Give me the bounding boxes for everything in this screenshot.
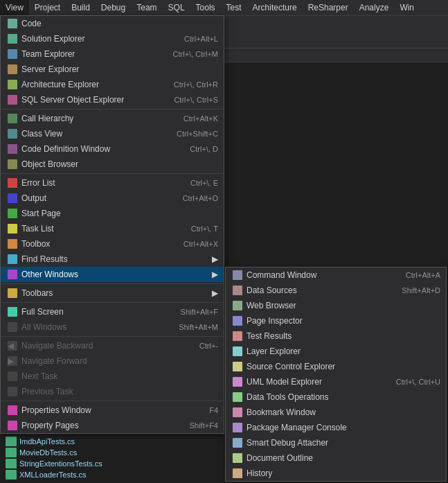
menu-item-call-hierarchy[interactable]: Call Hierarchy Ctrl+Alt+K: [1, 111, 224, 126]
menu-view[interactable]: View: [0, 0, 29, 15]
menu-win[interactable]: Win: [394, 0, 420, 15]
menu-item-start-page[interactable]: Start Page: [1, 206, 224, 221]
solution-icon: [6, 33, 19, 44]
menu-item-data-tools[interactable]: Data Tools Operations: [226, 389, 446, 405]
menu-item-uml-explorer[interactable]: UML Model Explorer Ctrl+\, Ctrl+U: [226, 374, 446, 389]
menu-item-solution-explorer[interactable]: Solution Explorer Ctrl+Alt+L: [1, 31, 224, 46]
menu-item-smart-debug[interactable]: Smart Debug Attacher: [226, 435, 446, 450]
menu-item-server-explorer[interactable]: Server Explorer: [1, 62, 224, 77]
menu-item-output[interactable]: Output Ctrl+Alt+O: [1, 191, 224, 206]
menu-item-previous-task[interactable]: Previous Task: [1, 384, 224, 399]
submenu-arrow: ▶: [212, 270, 218, 279]
toolbars-icon: [6, 288, 19, 299]
task-icon: [6, 223, 19, 234]
menu-bar: View Project Build Debug Team SQL Tools …: [0, 0, 448, 15]
menu-team[interactable]: Team: [131, 0, 162, 15]
file-icon: [6, 448, 17, 457]
menu-item-code-definition[interactable]: Code Definition Window Ctrl+\, D: [1, 141, 224, 157]
prop-icon: [6, 405, 19, 416]
submenu-arrow: ▶: [212, 254, 218, 264]
menu-item-package-manager[interactable]: Package Manager Console: [226, 420, 446, 435]
menu-item-code[interactable]: Code: [1, 16, 224, 31]
menu-debug[interactable]: Debug: [96, 0, 131, 15]
menu-item-navigate-backward[interactable]: ◀ Navigate Backward Ctrl+-: [1, 338, 224, 353]
separator: [1, 401, 224, 401]
toolbox-icon: [6, 238, 19, 249]
menu-item-class-view[interactable]: Class View Ctrl+Shift+C: [1, 126, 224, 141]
server-icon: [6, 64, 19, 75]
proppages-icon: [6, 420, 19, 431]
separator: [1, 336, 224, 337]
source-icon: [231, 361, 244, 372]
hist-icon: [231, 468, 244, 479]
start-icon: [6, 208, 19, 219]
file-icon: [6, 459, 17, 468]
list-item[interactable]: ImdbApiTests.cs: [6, 436, 219, 447]
uml-icon: [231, 376, 244, 387]
menu-item-arch-explorer[interactable]: Architecture Explorer Ctrl+\, Ctrl+R: [1, 77, 224, 92]
menu-item-other-windows[interactable]: Other Windows ▶: [1, 267, 224, 282]
menu-item-web-browser[interactable]: Web Browser: [226, 298, 446, 313]
menu-item-all-windows[interactable]: All Windows Shift+Alt+M: [1, 319, 224, 335]
separator: [1, 173, 224, 174]
menu-item-test-results[interactable]: Test Results: [226, 328, 446, 344]
sql-icon: [6, 94, 19, 105]
menu-item-object-browser[interactable]: Object Browser: [1, 157, 224, 172]
dtool-icon: [231, 392, 244, 403]
menu-item-source-control[interactable]: Source Control Explorer: [226, 359, 446, 374]
page-icon: [231, 315, 244, 326]
menu-test[interactable]: Test: [221, 0, 247, 15]
menu-item-toolbox[interactable]: Toolbox Ctrl+Alt+X: [1, 236, 224, 252]
object-icon: [6, 159, 19, 170]
view-menu-panel: Code Solution Explorer Ctrl+Alt+L Team E…: [0, 15, 224, 434]
menu-item-find-results[interactable]: Find Results ▶: [1, 252, 224, 267]
menu-item-layer-explorer[interactable]: Layer Explorer: [226, 344, 446, 359]
menu-build[interactable]: Build: [66, 0, 96, 15]
team-icon: [6, 49, 19, 60]
debug-icon: [231, 437, 244, 448]
menu-resharper[interactable]: ReSharper: [303, 0, 354, 15]
doc-icon: [231, 453, 244, 464]
menu-item-data-sources[interactable]: Data Sources Shift+Alt+D: [226, 283, 446, 298]
list-item[interactable]: XMLLoaderTests.cs: [6, 469, 219, 480]
menu-item-error-list[interactable]: Error List Ctrl+\, E: [1, 175, 224, 191]
menu-item-next-task[interactable]: Next Task: [1, 369, 224, 384]
menu-item-history[interactable]: History: [226, 466, 446, 481]
menu-project[interactable]: Project: [29, 0, 66, 15]
menu-architecture[interactable]: Architecture: [247, 0, 303, 15]
menu-tools[interactable]: Tools: [190, 0, 221, 15]
cmd-icon: [231, 270, 244, 281]
allwin-icon: [6, 322, 19, 333]
menu-item-fullscreen[interactable]: Full Screen Shift+Alt+F: [1, 304, 224, 319]
menu-item-property-pages[interactable]: Property Pages Shift+F4: [1, 418, 224, 433]
web-icon: [231, 300, 244, 311]
files-list: ImdbApiTests.cs MovieDbTests.cs StringEx…: [0, 433, 225, 483]
output-icon: [6, 193, 19, 204]
menu-item-properties-window[interactable]: Properties Window F4: [1, 403, 224, 418]
other-windows-submenu: Command Window Ctrl+Alt+A Data Sources S…: [225, 267, 447, 482]
menu-item-task-list[interactable]: Task List Ctrl+\, T: [1, 221, 224, 236]
arch-icon: [6, 79, 19, 90]
separator: [1, 283, 224, 284]
list-item[interactable]: StringExtentionsTests.cs: [6, 458, 219, 469]
data-icon: [231, 285, 244, 296]
submenu-arrow: ▶: [212, 288, 218, 298]
menu-item-toolbars[interactable]: Toolbars ▶: [1, 286, 224, 301]
menu-item-page-inspector[interactable]: Page Inspector: [226, 313, 446, 328]
error-icon: [6, 177, 19, 188]
menu-item-navigate-forward[interactable]: ▶ Navigate Forward: [1, 353, 224, 369]
menu-item-bookmark-window[interactable]: Bookmark Window: [226, 405, 446, 420]
pkg-icon: [231, 422, 244, 433]
nav-back-icon: ◀: [6, 340, 19, 351]
list-item[interactable]: MovieDbTests.cs: [6, 447, 219, 458]
menu-item-team-explorer[interactable]: Team Explorer Ctrl+\, Ctrl+M: [1, 46, 224, 62]
menu-analyze[interactable]: Analyze: [354, 0, 395, 15]
file-icon: [6, 470, 17, 480]
fullscreen-icon: [6, 306, 19, 317]
menu-item-document-outline[interactable]: Document Outline: [226, 450, 446, 466]
find-icon: [6, 254, 19, 265]
menu-item-command-window[interactable]: Command Window Ctrl+Alt+A: [226, 267, 446, 283]
class-icon: [6, 128, 19, 139]
menu-item-sql-explorer[interactable]: SQL Server Object Explorer Ctrl+\, Ctrl+…: [1, 92, 224, 107]
menu-sql[interactable]: SQL: [163, 0, 190, 15]
